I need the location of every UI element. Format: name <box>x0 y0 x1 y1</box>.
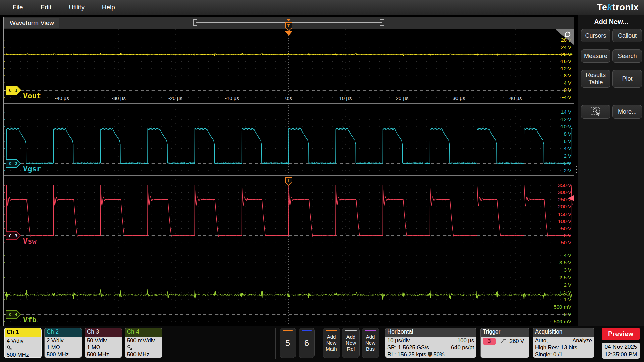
waveform-canvas-ch4[interactable] <box>4 253 574 326</box>
channel-2-title: Ch 2 <box>45 328 82 337</box>
trigger-badge[interactable]: Trigger 3 260 V <box>480 328 529 358</box>
channel-2-badge[interactable]: Ch 2 2 V/div 1 MΩ 500 MHz <box>44 328 82 358</box>
channel-label-vgsr[interactable]: Vgsr <box>23 165 41 173</box>
measure-button[interactable]: Measure <box>581 49 610 63</box>
scale-label: 6 V <box>564 138 571 144</box>
preview-button[interactable]: Preview <box>602 328 640 340</box>
ch3-vdiv: 50 V/div <box>87 337 120 344</box>
more-button[interactable]: More... <box>612 105 642 119</box>
slice-divider[interactable] <box>4 174 574 177</box>
time-axis-label: 30 µs <box>447 95 471 101</box>
channel-label-vout[interactable]: Vout <box>23 92 41 100</box>
waveform-view-tab[interactable]: Waveform View <box>4 18 59 28</box>
panel-divider <box>580 123 642 123</box>
horizontal-title: Horizontal <box>385 328 476 337</box>
channel-1-badge[interactable]: Ch 1 4 V/div 500 MHz <box>4 328 42 358</box>
channel-3-badge[interactable]: Ch 3 50 V/div 1 MΩ 500 MHz <box>85 328 122 358</box>
acquisition-single: Single: 0 /1 <box>535 351 563 358</box>
view-tab-5-label: 5 <box>285 338 290 348</box>
scale-label: 2.5 V <box>559 275 571 280</box>
add-new-panel: Add New... Cursors Callout Measure Searc… <box>578 15 644 326</box>
probe-icon <box>127 344 160 351</box>
slice-divider[interactable] <box>4 102 574 105</box>
results-table-button[interactable]: Results Table <box>581 70 610 88</box>
region-zoom-icon <box>590 107 601 117</box>
menu-file[interactable]: File <box>9 4 26 11</box>
scale-label: 8 V <box>564 131 571 137</box>
scale-label: 100 V <box>558 218 571 224</box>
time-axis-label: 0 s <box>277 95 301 101</box>
horizontal-badge[interactable]: Horizontal 10 µs/div100 µs SR: 1.5625 GS… <box>385 328 476 358</box>
time-axis-label: -20 µs <box>164 95 187 101</box>
view-tab-6[interactable]: 6 <box>299 328 315 358</box>
trigger-source-pill: 3 <box>483 338 496 345</box>
bottom-bar-separator <box>598 328 598 360</box>
scale-label: -4 V <box>562 94 571 100</box>
slice-divider[interactable] <box>4 251 574 253</box>
add-new-ref-button[interactable]: AddNewRef <box>342 328 360 358</box>
time-axis-label: -10 µs <box>220 95 244 101</box>
ch4-bandwidth: 500 MHz <box>127 351 160 358</box>
waveform-view-header: Waveform View T <box>4 17 574 29</box>
waveform-view: Waveform View T C 1 Vout -40 µs-30 µs-20… <box>3 17 574 326</box>
ch2-bandwidth: 500 MHz <box>47 351 79 358</box>
panel-divider <box>580 101 642 101</box>
add-new-math-button[interactable]: AddNewMath <box>323 328 340 358</box>
waveform-canvas-ch1[interactable] <box>4 29 574 102</box>
rising-edge-icon <box>499 338 507 344</box>
scale-label: -500 mV <box>552 319 571 324</box>
add-new-bus-button[interactable]: AddNewBus <box>362 328 379 358</box>
search-button[interactable]: Search <box>612 49 642 63</box>
scale-label: 4 V <box>564 253 571 258</box>
plot-button[interactable]: Plot <box>612 70 642 88</box>
ch1-bandwidth: 500 MHz <box>7 351 39 358</box>
trigger-title: Trigger <box>481 328 529 337</box>
scale-label: 20 V <box>561 51 571 57</box>
record-length: RL: 156.25 kpts <box>387 351 426 358</box>
zoom-region-tool-button[interactable] <box>581 105 610 119</box>
view-tab-6-label: 6 <box>304 338 309 348</box>
time-axis-label: -40 µs <box>50 95 74 101</box>
horizontal-position-indicator[interactable]: T <box>193 17 384 29</box>
scale-label: 0 V <box>564 87 571 93</box>
datetime-display: 04 Nov 2025 12:35:00 PM <box>602 343 640 359</box>
channel-label-vsw[interactable]: Vsw <box>23 237 37 245</box>
bottom-bar-separator <box>382 328 382 359</box>
cursors-button[interactable]: Cursors <box>581 29 610 42</box>
callout-button[interactable]: Callout <box>612 29 642 42</box>
scale-label: 3.5 V <box>559 260 571 265</box>
waveform-canvas-ch3[interactable] <box>4 177 574 251</box>
menu-utility[interactable]: Utility <box>65 4 88 11</box>
scale-label: 50 V <box>561 226 571 231</box>
channel-label-vfb[interactable]: Vfb <box>23 316 37 324</box>
menu-bar: File Edit Utility Help Tektronix <box>0 0 644 15</box>
scale-label: 150 V <box>558 211 571 217</box>
scale-label: -2 V <box>562 168 571 173</box>
scale-label: -50 V <box>559 240 571 245</box>
button-stripe <box>326 330 337 331</box>
acquisition-mode: Auto, <box>535 337 548 344</box>
scale-label: 4 V <box>564 145 571 151</box>
panel-splitter-handle[interactable] <box>576 166 577 173</box>
channel-1-title: Ch 1 <box>5 328 41 337</box>
channel-4-badge[interactable]: Ch 4 500 mV/div 500 MHz <box>125 328 162 358</box>
waveform-canvas-ch2[interactable] <box>4 105 574 174</box>
acquisition-analyze: Analyze <box>572 337 592 344</box>
scale-label: 16 V <box>561 58 571 64</box>
acquisition-title: Acquisition <box>533 328 594 337</box>
menu-edit[interactable]: Edit <box>37 4 55 11</box>
sample-rate: SR: 1.5625 GS/s <box>387 344 429 351</box>
ch2-vdiv: 2 V/div <box>47 337 79 344</box>
scale-label: 250 V <box>558 197 571 202</box>
trigger-position-icon: T <box>428 352 432 357</box>
menu-help[interactable]: Help <box>99 4 118 11</box>
channel-slice-vout: C 1 Vout -40 µs-30 µs-20 µs-10 µs0 s10 µ… <box>4 29 574 102</box>
scale-label: 8 V <box>564 73 571 78</box>
scale-label: 4 V <box>564 80 571 86</box>
hpos-bracket-right <box>380 19 384 26</box>
time-axis-label: -30 µs <box>107 95 130 101</box>
acquisition-badge[interactable]: Acquisition Auto,Analyze High Res: 13 bi… <box>533 328 594 358</box>
button-stripe <box>365 330 376 331</box>
view-tab-5[interactable]: 5 <box>280 328 296 358</box>
time-label: 12:35:00 PM <box>605 351 637 358</box>
